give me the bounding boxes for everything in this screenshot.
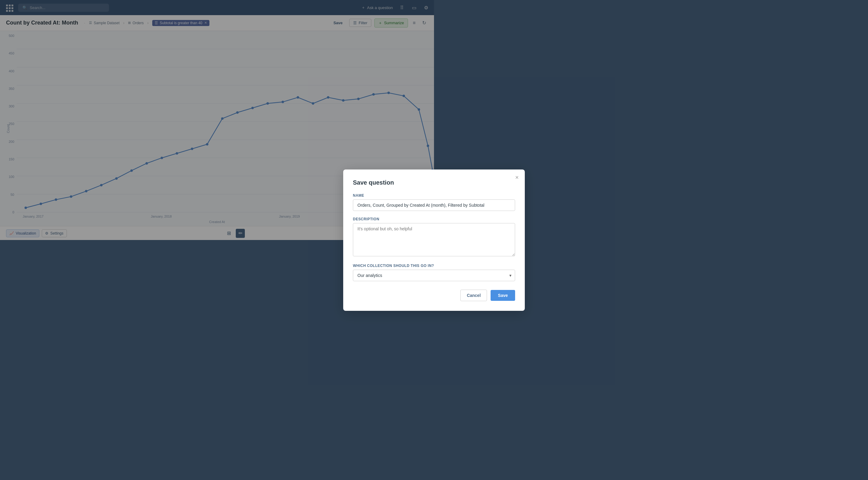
name-input[interactable] bbox=[353, 199, 434, 211]
description-label: Description bbox=[353, 217, 434, 221]
description-textarea[interactable] bbox=[353, 223, 434, 240]
modal-overlay: × Save question Name Description Which c… bbox=[0, 0, 434, 240]
modal-title: Save question bbox=[353, 179, 434, 186]
save-question-modal: × Save question Name Description Which c… bbox=[343, 169, 434, 240]
name-label: Name bbox=[353, 193, 434, 198]
